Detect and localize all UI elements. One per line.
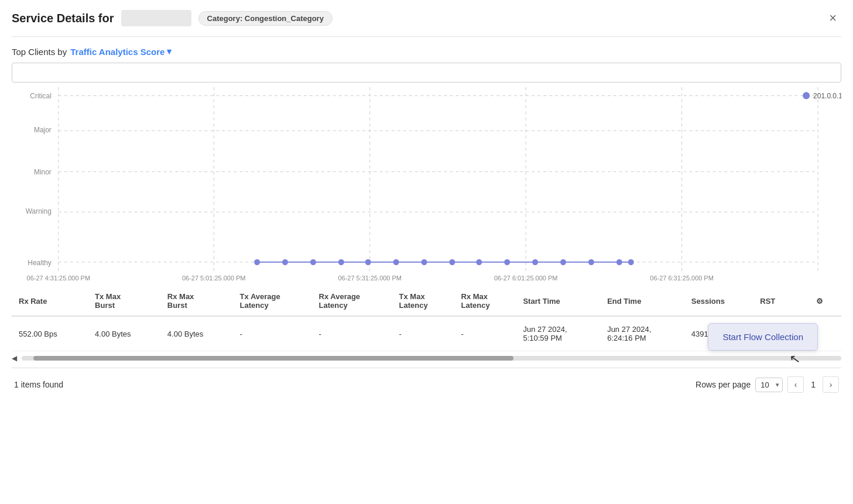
scroll-track[interactable] [22,356,841,361]
items-found: 1 items found [14,380,63,389]
svg-text:Critical: Critical [30,91,52,100]
col-rst: RST [753,286,798,316]
svg-text:Major: Major [34,126,52,134]
cell-end-time: Jun 27 2024,6:24:16 PM [600,316,684,351]
col-rx-max-latency: Rx MaxLatency [454,286,516,316]
svg-point-21 [393,259,399,265]
svg-point-18 [310,259,316,265]
metric-dropdown[interactable]: Traffic Analytics Score ▾ [70,46,172,57]
chart-container: Critical Major Minor Warning Healthy [12,87,841,286]
svg-text:06-27 6:01:25.000 PM: 06-27 6:01:25.000 PM [494,275,557,282]
col-end-time: End Time [600,286,684,316]
svg-text:Minor: Minor [34,168,52,176]
header-row: Service Details for Category: Congestion… [12,9,841,27]
items-found-text: items found [21,380,63,389]
svg-text:Healthy: Healthy [28,259,52,267]
svg-text:06-27 5:31:25.000 PM: 06-27 5:31:25.000 PM [338,275,401,282]
cell-start-time: Jun 27 2024,5:10:59 PM [516,316,600,351]
svg-point-26 [532,259,538,265]
prev-page-button[interactable]: ‹ [787,376,804,393]
col-rx-avg-latency: Rx AverageLatency [312,286,392,316]
svg-point-27 [560,259,566,265]
svg-point-20 [365,259,371,265]
header-divider [12,36,841,37]
svg-point-22 [422,259,427,265]
chart-search-bar[interactable] [12,63,841,83]
metric-label: Traffic Analytics Score [70,47,165,57]
svg-point-28 [588,259,594,265]
cell-rx-rate: 552.00 Bps [12,316,88,351]
rows-select-wrapper: 10 25 50 [755,378,783,392]
col-start-time: Start Time [516,286,600,316]
svg-point-36 [803,92,810,99]
cell-rx-max-burst: 4.00 Bytes [160,316,233,351]
cell-tx-max-burst: 4.00 Bytes [88,316,160,351]
items-count: 1 [14,380,19,389]
footer-bar: 1 items found Rows per page 10 25 50 ‹ 1… [12,368,841,393]
scroll-left-arrow[interactable]: ◀ [12,354,17,362]
svg-text:201.0.0.16: 201.0.0.16 [813,91,841,100]
svg-point-24 [476,259,482,265]
svg-point-19 [338,259,344,265]
category-badge: Category: Congestion_Category [198,11,333,26]
ip-badge [121,10,191,26]
col-tx-max-burst: Tx MaxBurst [88,286,160,316]
cell-tx-avg-latency: - [233,316,312,351]
table-header-row: Rx Rate Tx MaxBurst Rx MaxBurst Tx Avera… [12,286,841,316]
svg-text:06-27 6:31:25.000 PM: 06-27 6:31:25.000 PM [650,275,713,282]
rows-per-page-label: Rows per page [696,380,751,389]
svg-point-17 [282,259,288,265]
col-sessions: Sessions [684,286,753,316]
rows-per-page-select[interactable]: 10 25 50 [755,378,783,392]
flow-collection-popup[interactable]: Start Flow Collection [708,323,818,351]
cell-tx-max-latency: - [392,316,454,351]
col-rx-max-burst: Rx MaxBurst [160,286,233,316]
gear-icon[interactable]: ⚙ [816,297,823,306]
section-label: Top Clients by Traffic Analytics Score ▾ [12,46,841,57]
col-rx-rate: Rx Rate [12,286,88,316]
pagination-controls: Rows per page 10 25 50 ‹ 1 › [696,376,839,393]
col-tx-avg-latency: Tx AverageLatency [233,286,312,316]
svg-point-30 [628,259,634,265]
svg-point-29 [616,259,622,265]
cell-rx-avg-latency: - [312,316,392,351]
svg-text:06-27 5:01:25.000 PM: 06-27 5:01:25.000 PM [182,275,245,282]
flow-collection-label: Start Flow Collection [722,332,803,342]
title-prefix: Service Details for [12,12,114,25]
cell-rx-max-latency: - [454,316,516,351]
svg-text:Warning: Warning [26,207,52,215]
svg-text:06-27 4:31:25.000 PM: 06-27 4:31:25.000 PM [27,275,90,282]
svg-point-25 [504,259,510,265]
dropdown-chevron-icon: ▾ [167,46,172,57]
next-page-button[interactable]: › [823,376,839,393]
col-tx-max-latency: Tx MaxLatency [392,286,454,316]
chart-svg: Critical Major Minor Warning Healthy [12,87,841,286]
scroll-thumb[interactable] [33,356,513,361]
header-title: Service Details for Category: Congestion… [12,10,333,26]
scroll-row: ◀ [12,351,841,365]
svg-point-16 [254,259,260,265]
page-container: Service Details for Category: Congestion… [0,0,853,402]
label-prefix: Top Clients by [12,47,67,57]
page-number: 1 [809,380,818,389]
svg-point-23 [449,259,455,265]
col-settings: ⚙ [798,286,841,316]
close-button[interactable]: × [824,9,841,27]
